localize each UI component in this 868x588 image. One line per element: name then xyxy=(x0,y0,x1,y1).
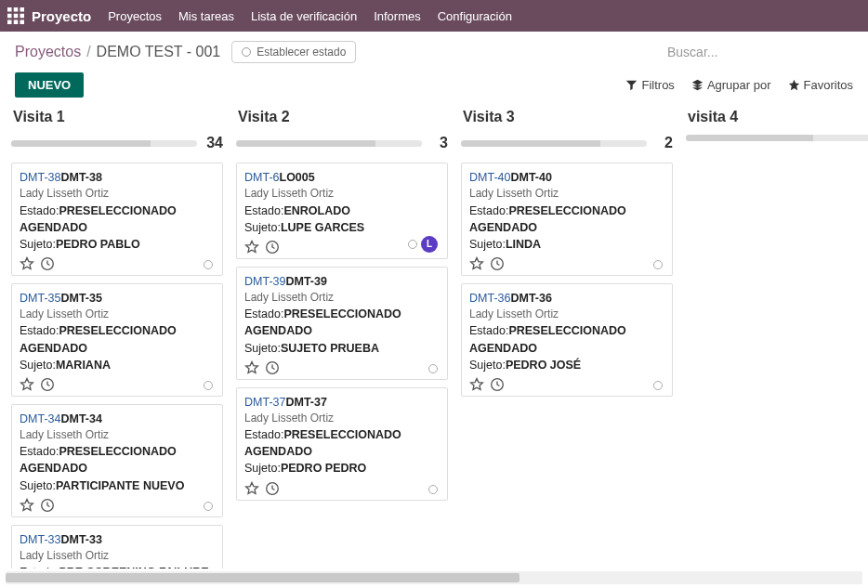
kanban-card[interactable]: DMT-6LO005Lady Lisseth OrtizEstado:ENROL… xyxy=(236,163,448,259)
card-assignee: Lady Lisseth Ortiz xyxy=(244,411,440,426)
column-progress xyxy=(686,135,868,141)
svg-rect-7 xyxy=(14,20,19,25)
star-icon[interactable] xyxy=(20,498,34,513)
star-icon[interactable] xyxy=(244,240,259,255)
kanban-card[interactable]: DMT-36DMT-36Lady Lisseth OrtizEstado:PRE… xyxy=(461,283,673,397)
card-sujeto: Sujeto:PEDRO JOSÉ xyxy=(469,357,664,373)
progress-bar xyxy=(236,140,422,147)
avatar[interactable]: L xyxy=(421,236,438,253)
svg-rect-5 xyxy=(20,14,25,19)
star-icon[interactable] xyxy=(469,256,484,271)
card-assignee: Lady Lisseth Ortiz xyxy=(469,186,664,202)
state-circle-icon[interactable] xyxy=(204,502,213,511)
nav-item-proyectos[interactable]: Proyectos xyxy=(108,9,162,23)
star-icon[interactable] xyxy=(20,377,34,392)
progress-fill xyxy=(11,140,151,147)
filters-button[interactable]: Filtros xyxy=(625,78,674,92)
clock-icon[interactable] xyxy=(40,256,55,271)
card-sujeto: Sujeto:PEDRO PEDRO xyxy=(244,460,440,477)
state-circle-icon[interactable] xyxy=(428,364,438,373)
progress-bar xyxy=(11,140,197,147)
kanban-card[interactable]: DMT-35DMT-35Lady Lisseth OrtizEstado:PRE… xyxy=(11,283,223,397)
card-title: DMT-39DMT-39 xyxy=(244,273,440,290)
kanban-column: Visita 32DMT-40DMT-40Lady Lisseth OrtizE… xyxy=(461,109,673,568)
nav-item-lista[interactable]: Lista de verificación xyxy=(251,9,357,23)
kanban-card[interactable]: DMT-33DMT-33Lady Lisseth OrtizEstado:PRE… xyxy=(11,525,223,568)
column-count: 2 xyxy=(654,135,673,151)
groupby-button[interactable]: Agrupar por xyxy=(691,78,771,92)
set-state-button[interactable]: Establecer estado xyxy=(231,41,356,63)
funnel-icon xyxy=(625,79,638,91)
state-circle-icon[interactable] xyxy=(653,381,663,390)
card-title: DMT-34DMT-34 xyxy=(20,411,215,427)
clock-icon[interactable] xyxy=(490,377,505,392)
filters-label: Filtros xyxy=(641,78,674,92)
horizontal-scrollbar[interactable] xyxy=(6,571,862,584)
card-right xyxy=(428,364,438,373)
card-assignee: Lady Lisseth Ortiz xyxy=(20,307,215,322)
breadcrumb: Proyectos / DEMO TEST - 001 xyxy=(15,44,220,60)
state-circle-icon[interactable] xyxy=(428,485,438,494)
scrollbar-thumb[interactable] xyxy=(6,573,519,582)
card-sujeto: Sujeto:SUJETO PRUEBA xyxy=(244,340,440,357)
layers-icon xyxy=(691,79,704,91)
state-circle-icon[interactable] xyxy=(204,260,213,269)
kanban-card[interactable]: DMT-34DMT-34Lady Lisseth OrtizEstado:PRE… xyxy=(11,404,223,517)
nav-item-config[interactable]: Configuración xyxy=(438,9,512,23)
card-right xyxy=(428,485,438,494)
clock-icon[interactable] xyxy=(265,240,280,255)
action-row: NUEVO Filtros Agrupar por Favoritos xyxy=(0,69,868,109)
card-title: DMT-40DMT-40 xyxy=(469,169,664,186)
column-title[interactable]: Visita 3 xyxy=(461,109,673,125)
progress-fill xyxy=(461,140,600,147)
breadcrumb-parent[interactable]: Proyectos xyxy=(15,44,81,60)
kanban-card[interactable]: DMT-37DMT-37Lady Lisseth OrtizEstado:PRE… xyxy=(236,387,448,501)
favorites-button[interactable]: Favoritos xyxy=(788,78,853,92)
kanban-column: Visita 23DMT-6LO005Lady Lisseth OrtizEst… xyxy=(236,109,448,568)
kanban-column: Visita 134DMT-38DMT-38Lady Lisseth Ortiz… xyxy=(11,109,223,568)
card-estado: Estado:PRESELECCIONADO AGENDADO xyxy=(244,306,440,339)
apps-icon[interactable] xyxy=(7,7,24,24)
card-footer xyxy=(469,256,664,271)
state-circle-icon[interactable] xyxy=(408,240,417,249)
state-circle-icon[interactable] xyxy=(653,260,663,269)
clock-icon[interactable] xyxy=(265,360,280,375)
toolbar-right: Filtros Agrupar por Favoritos xyxy=(625,78,853,92)
kanban-card[interactable]: DMT-40DMT-40Lady Lisseth OrtizEstado:PRE… xyxy=(461,163,673,276)
column-title[interactable]: visita 4 xyxy=(686,109,868,125)
nav-item-informes[interactable]: Informes xyxy=(374,9,421,23)
kanban-card[interactable]: DMT-38DMT-38Lady Lisseth OrtizEstado:PRE… xyxy=(11,163,223,276)
column-title[interactable]: Visita 1 xyxy=(11,109,223,125)
card-right xyxy=(653,381,663,390)
card-sujeto: Sujeto:LINDA xyxy=(469,236,664,253)
column-progress: 34 xyxy=(11,135,223,151)
new-button[interactable]: NUEVO xyxy=(15,72,84,98)
search-input[interactable] xyxy=(667,45,853,60)
clock-icon[interactable] xyxy=(40,377,55,392)
kanban-column: visita 4 xyxy=(686,109,868,568)
star-icon[interactable] xyxy=(469,377,484,392)
card-right xyxy=(204,502,213,511)
set-state-label: Establecer estado xyxy=(256,46,346,59)
card-title: DMT-35DMT-35 xyxy=(20,290,215,307)
star-icon[interactable] xyxy=(20,256,34,271)
column-title[interactable]: Visita 2 xyxy=(236,109,448,125)
card-sujeto: Sujeto:PEDRO PABLO xyxy=(20,236,215,253)
clock-icon[interactable] xyxy=(490,256,505,271)
breadcrumb-current: DEMO TEST - 001 xyxy=(97,44,221,60)
nav-item-mistareas[interactable]: Mis tareas xyxy=(178,9,234,23)
favorites-label: Favoritos xyxy=(804,78,853,92)
clock-icon[interactable] xyxy=(265,481,280,496)
card-title: DMT-38DMT-38 xyxy=(20,169,215,186)
kanban-board: Visita 134DMT-38DMT-38Lady Lisseth Ortiz… xyxy=(0,109,868,568)
card-sujeto: Sujeto:LUPE GARCES xyxy=(244,219,440,236)
svg-rect-8 xyxy=(20,20,25,25)
card-assignee: Lady Lisseth Ortiz xyxy=(20,548,215,564)
progress-fill xyxy=(236,140,375,147)
state-circle-icon[interactable] xyxy=(204,381,213,390)
groupby-label: Agrupar por xyxy=(707,78,771,92)
star-icon[interactable] xyxy=(244,481,259,496)
kanban-card[interactable]: DMT-39DMT-39Lady Lisseth OrtizEstado:PRE… xyxy=(236,267,448,380)
star-icon[interactable] xyxy=(244,360,259,375)
clock-icon[interactable] xyxy=(40,498,55,513)
